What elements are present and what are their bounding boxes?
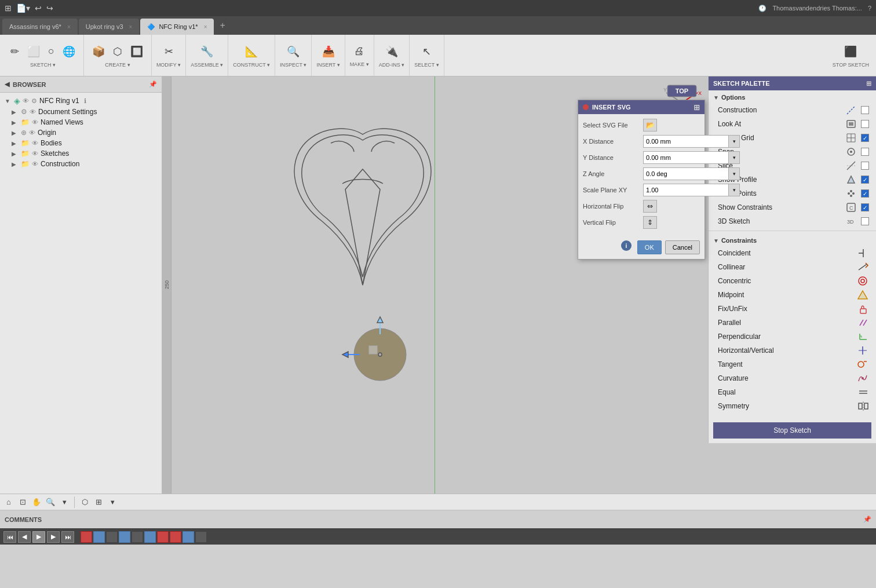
modify-button[interactable]: ✂ [161, 43, 177, 60]
insert-button[interactable]: 📥 [319, 43, 338, 60]
viewport[interactable]: 250 [162, 76, 876, 494]
make-button[interactable]: 🖨 [351, 43, 368, 59]
assemble-button[interactable]: 🔧 [197, 43, 217, 60]
browser-pin-icon[interactable]: 📌 [149, 81, 157, 88]
tab-nfc[interactable]: 🔷 NFC Ring v1* × [140, 19, 214, 35]
close-tab-assassins[interactable]: × [67, 24, 71, 30]
hflip-button[interactable]: ⇔ [643, 200, 657, 213]
create-btn3[interactable]: 🔲 [127, 43, 147, 60]
file-menu-icon[interactable]: 📄▾ [16, 3, 30, 13]
select-file-button[interactable]: 📂 [643, 119, 657, 132]
globe-button[interactable]: 🌐 [59, 43, 79, 60]
select-button[interactable]: ↖ [419, 43, 435, 60]
timeline-item-6[interactable] [144, 531, 156, 543]
timeline-item-5[interactable] [132, 531, 143, 543]
timeline-item-7[interactable] [157, 531, 169, 543]
x-dist-unit-btn[interactable]: ▾ [728, 135, 740, 148]
timeline-item-10[interactable] [195, 531, 207, 543]
tab-assassins[interactable]: Assassins ring v6* × [2, 19, 78, 35]
nav-prev-prev[interactable]: ⏮ [3, 531, 16, 543]
x-dist-input[interactable] [643, 135, 728, 148]
browser-collapse-icon[interactable]: ◀ [5, 81, 9, 88]
timeline-item-4[interactable] [119, 531, 130, 543]
3dsketch-checkbox[interactable] [861, 217, 869, 225]
palette-row-lookat: Look At [709, 117, 876, 131]
nav-prev[interactable]: ◀ [18, 531, 31, 543]
inspect-button[interactable]: 🔍 [283, 43, 303, 60]
zoom-dropdown-btn[interactable]: ▾ [58, 496, 71, 509]
timeline-item-3[interactable] [106, 531, 118, 543]
y-dist-unit-btn[interactable]: ▾ [728, 151, 740, 164]
app-grid-icon[interactable]: ⊞ [5, 3, 12, 13]
scale-input[interactable] [643, 184, 728, 196]
snap-checkbox[interactable] [861, 148, 869, 156]
home-view-btn[interactable]: ⌂ [2, 496, 15, 509]
symmetry-icon [857, 401, 869, 411]
box-button[interactable]: 📦 [89, 43, 108, 60]
modify-icon: ✂ [165, 45, 173, 58]
z-angle-unit-btn[interactable]: ▾ [728, 167, 740, 180]
timeline-item-9[interactable] [183, 531, 194, 543]
tree-item-doc-settings[interactable]: ▶ ⚙ 👁 Document Settings [0, 107, 162, 117]
svg-point-30 [852, 192, 855, 195]
dialog-cancel-button[interactable]: Cancel [665, 240, 700, 254]
showpoints-checkbox[interactable] [861, 189, 869, 198]
timeline-item-8[interactable] [170, 531, 181, 543]
dialog-ok-button[interactable]: OK [637, 240, 662, 254]
stop-sketch-toolbar-button[interactable]: ⬛ [841, 43, 860, 60]
close-tab-upkot[interactable]: × [129, 24, 133, 30]
tree-item-bodies[interactable]: ▶ 📁 👁 Bodies [0, 138, 162, 148]
palette-options-section[interactable]: ▼ Options [709, 90, 876, 103]
nav-next[interactable]: ▶ [47, 531, 60, 543]
tree-item-construction[interactable]: ▶ 📁 👁 Construction [0, 159, 162, 169]
slice-checkbox[interactable] [861, 162, 869, 170]
construct-button[interactable]: 📐 [242, 43, 261, 60]
grid-btn[interactable]: ⊞ [92, 496, 105, 509]
construct-icon: 📐 [245, 45, 258, 58]
zoom-btn[interactable]: 🔍 [44, 496, 57, 509]
construction-checkbox[interactable] [861, 106, 869, 114]
sketchgrid-checkbox[interactable] [861, 134, 869, 142]
tab-upkot[interactable]: Upkot ring v3 × [79, 19, 140, 35]
tree-item-origin[interactable]: ▶ ⊕ 👁 Origin [0, 127, 162, 138]
origin-arrow: ▶ [12, 130, 19, 136]
bodies-arrow: ▶ [12, 140, 19, 147]
showprofile-checkbox[interactable] [861, 176, 869, 184]
slice-icon [846, 160, 856, 171]
timeline-item-2[interactable] [93, 531, 105, 543]
comments-pin-icon[interactable]: 📌 [863, 516, 871, 523]
add-tab-button[interactable]: + [215, 20, 229, 31]
select-group-label: SELECT ▾ [414, 62, 439, 68]
tree-item-root[interactable]: ▼ ◈ 👁 ⚙ NFC Ring v1 ℹ [0, 95, 162, 107]
rect-button[interactable]: ⬜ [24, 43, 43, 60]
svg-point-39 [861, 279, 864, 283]
redo-icon[interactable]: ↪ [46, 3, 53, 13]
sketch-button[interactable]: ✏ [7, 43, 23, 60]
stop-sketch-palette-button[interactable]: Stop Sketch [713, 422, 871, 439]
dialog-expand-icon[interactable]: ⊞ [694, 103, 700, 112]
hexa-button[interactable]: ⬡ [110, 43, 126, 60]
nav-play-pause[interactable]: ▶ [32, 531, 45, 543]
tree-item-sketches[interactable]: ▶ 📁 👁 Sketches [0, 148, 162, 159]
nav-next-next[interactable]: ⏭ [61, 531, 74, 543]
close-tab-nfc[interactable]: × [204, 24, 207, 30]
undo-icon[interactable]: ↩ [35, 3, 42, 13]
timeline-item-1[interactable] [81, 531, 92, 543]
vflip-button[interactable]: ⇕ [643, 216, 657, 229]
showconstraints-checkbox[interactable] [861, 203, 869, 211]
z-angle-input[interactable] [643, 167, 728, 180]
circle-button[interactable]: ○ [45, 43, 58, 59]
svg-text:C: C [849, 205, 853, 211]
palette-constraints-section[interactable]: ▼ Constraints [709, 233, 876, 246]
tree-item-named-views[interactable]: ▶ 📁 👁 Named Views [0, 117, 162, 127]
help-icon[interactable]: ? [868, 5, 871, 12]
grid-dropdown-btn[interactable]: ▾ [106, 496, 119, 509]
scale-unit-btn[interactable]: ▾ [728, 184, 740, 196]
palette-expand-icon[interactable]: ⊞ [866, 80, 871, 87]
view-cube-btn[interactable]: ⬡ [78, 496, 91, 509]
y-dist-input[interactable] [643, 151, 728, 164]
lookat-checkbox[interactable] [861, 120, 869, 128]
addins-button[interactable]: 🔌 [382, 43, 402, 60]
pan-btn[interactable]: ✋ [30, 496, 43, 509]
fit-view-btn[interactable]: ⊡ [16, 496, 29, 509]
